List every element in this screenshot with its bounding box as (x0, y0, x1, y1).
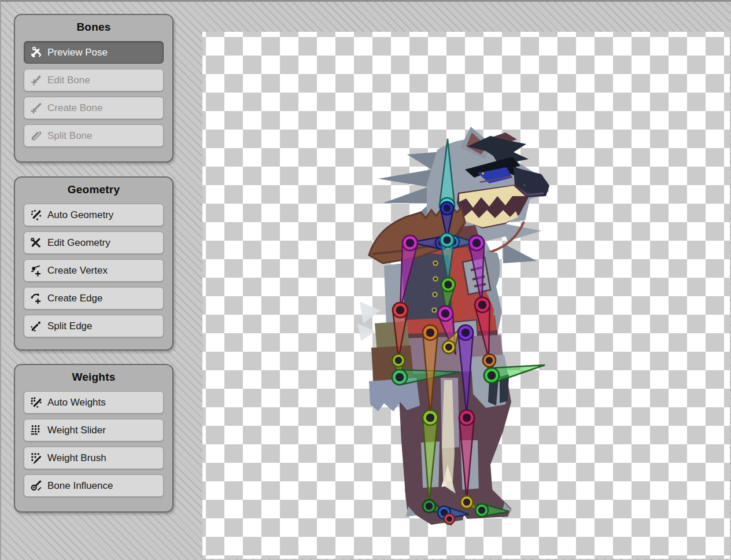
bones-panel: Bones Preview PoseEdit BoneCreate BoneSp… (14, 14, 173, 163)
weight-slider-button[interactable]: Weight Slider (24, 419, 164, 441)
weights-panel-buttons: Auto WeightsWeight SliderWeight BrushBon… (24, 391, 164, 497)
auto-weights-button-label: Auto Weights (47, 397, 106, 408)
canvas-scene (202, 32, 730, 559)
edit-geometry-button[interactable]: Edit Geometry (24, 231, 164, 254)
split-edge-button[interactable]: Split Edge (24, 315, 164, 337)
weight-brush-button-label: Weight Brush (47, 452, 106, 464)
preview-pose-button-label: Preview Pose (47, 47, 108, 58)
auto-geometry-button[interactable]: Auto Geometry (24, 204, 164, 226)
edit-bone-button[interactable]: Edit Bone (24, 69, 164, 91)
create-bone-button-label: Create Bone (47, 102, 102, 114)
auto-weights-icon (30, 396, 42, 408)
create-edge-button[interactable]: Create Edge (24, 287, 164, 310)
weight-brush-button[interactable]: Weight Brush (24, 447, 164, 469)
edit-geometry-button-label: Edit Geometry (47, 237, 110, 249)
bone-hand-right[interactable] (484, 365, 545, 383)
auto-geometry-button-label: Auto Geometry (47, 209, 113, 221)
edit-bone-icon (30, 74, 42, 86)
bone-toe-left[interactable] (444, 514, 455, 525)
split-bone-button-label: Split Bone (47, 130, 93, 142)
edit-bone-button-label: Edit Bone (47, 75, 90, 86)
geometry-panel-title: Geometry (15, 183, 172, 196)
weight-slider-button-label: Weight Slider (47, 425, 106, 436)
skinning-editor-window: Bones Preview PoseEdit BoneCreate BoneSp… (0, 0, 731, 560)
skinning-canvas[interactable] (202, 32, 730, 559)
weights-panel: Weights Auto WeightsWeight SliderWeight … (14, 364, 173, 513)
split-edge-button-label: Split Edge (47, 320, 93, 332)
bones-panel-buttons: Preview PoseEdit BoneCreate BoneSplit Bo… (24, 41, 164, 147)
weights-panel-title: Weights (15, 371, 172, 384)
bone-influence-button-label: Bone Influence (47, 480, 113, 492)
create-vertex-button[interactable]: Create Vertex (24, 259, 164, 282)
create-edge-button-label: Create Edge (47, 293, 102, 304)
create-edge-icon (30, 292, 42, 304)
split-bone-icon (30, 130, 42, 142)
split-edge-icon (30, 320, 42, 332)
auto-geometry-icon (30, 209, 42, 221)
create-bone-button[interactable]: Create Bone (24, 97, 164, 119)
weight-slider-icon (30, 424, 42, 436)
geometry-panel: Geometry Auto GeometryEdit GeometryCreat… (14, 176, 173, 351)
create-vertex-button-label: Create Vertex (47, 265, 108, 277)
bone-influence-button[interactable]: Bone Influence (24, 474, 164, 497)
weight-brush-icon (30, 452, 42, 464)
preview-pose-icon (30, 46, 42, 58)
create-bone-icon (30, 102, 42, 114)
split-bone-button[interactable]: Split Bone (24, 124, 164, 147)
auto-weights-button[interactable]: Auto Weights (24, 391, 164, 414)
bone-influence-icon (30, 480, 42, 492)
create-vertex-icon (30, 264, 42, 277)
geometry-panel-buttons: Auto GeometryEdit GeometryCreate VertexC… (24, 204, 164, 337)
preview-pose-button[interactable]: Preview Pose (24, 41, 164, 64)
bones-panel-title: Bones (15, 21, 172, 34)
edit-geometry-icon (30, 237, 42, 249)
